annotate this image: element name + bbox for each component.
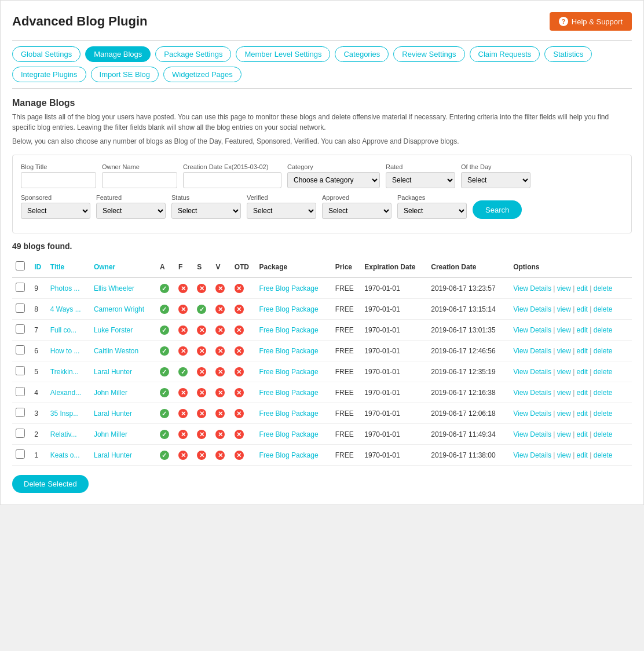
cell-package[interactable]: Free Blog Package bbox=[259, 451, 319, 459]
view-link[interactable]: view bbox=[557, 389, 571, 397]
featured-select[interactable]: Select bbox=[96, 203, 166, 219]
delete-link[interactable]: delete bbox=[594, 347, 613, 355]
delete-link[interactable]: delete bbox=[594, 305, 613, 313]
tab-widgetized-pages[interactable]: Widgetized Pages bbox=[163, 67, 241, 82]
verified-select[interactable]: Select bbox=[247, 203, 316, 219]
cell-package[interactable]: Free Blog Package bbox=[259, 326, 319, 334]
tab-statistics[interactable]: Statistics bbox=[544, 46, 592, 62]
cell-package[interactable]: Free Blog Package bbox=[259, 347, 319, 355]
delete-link[interactable]: delete bbox=[594, 368, 613, 376]
row-checkbox[interactable] bbox=[16, 429, 25, 438]
cell-title[interactable]: Keats o... bbox=[50, 451, 80, 459]
cell-owner[interactable]: Laral Hunter bbox=[94, 368, 132, 376]
sponsored-select[interactable]: Select bbox=[21, 203, 90, 219]
delete-link[interactable]: delete bbox=[594, 389, 613, 397]
cell-title[interactable]: 4 Ways ... bbox=[50, 305, 81, 313]
tab-global-settings[interactable]: Global Settings bbox=[12, 46, 80, 62]
category-select[interactable]: Choose a Category bbox=[287, 172, 380, 188]
row-checkbox[interactable] bbox=[16, 366, 25, 375]
view-details-link[interactable]: View Details bbox=[513, 347, 551, 355]
view-details-link[interactable]: View Details bbox=[513, 326, 551, 334]
edit-link[interactable]: edit bbox=[577, 430, 588, 438]
row-checkbox[interactable] bbox=[16, 283, 25, 292]
delete-selected-button[interactable]: Delete Selected bbox=[12, 475, 89, 493]
creation-date-input[interactable] bbox=[183, 172, 281, 188]
cell-title[interactable]: Relativ... bbox=[50, 430, 77, 438]
cell-title[interactable]: 35 Insp... bbox=[50, 409, 79, 418]
cell-owner[interactable]: John Miller bbox=[94, 430, 127, 438]
view-link[interactable]: view bbox=[557, 430, 571, 438]
row-checkbox[interactable] bbox=[16, 387, 25, 396]
view-details-link[interactable]: View Details bbox=[513, 368, 551, 376]
approved-select[interactable]: Select bbox=[322, 203, 391, 219]
view-link[interactable]: view bbox=[557, 284, 571, 292]
edit-link[interactable]: edit bbox=[577, 368, 588, 376]
owner-name-label: Owner Name bbox=[102, 163, 177, 170]
cell-title[interactable]: Full co... bbox=[50, 326, 76, 334]
edit-link[interactable]: edit bbox=[577, 347, 588, 355]
tab-manage-blogs[interactable]: Manage Blogs bbox=[85, 46, 151, 62]
edit-link[interactable]: edit bbox=[577, 389, 588, 397]
row-checkbox[interactable] bbox=[16, 324, 25, 334]
view-link[interactable]: view bbox=[557, 368, 571, 376]
cell-title[interactable]: Trekkin... bbox=[50, 368, 79, 376]
view-link[interactable]: view bbox=[557, 305, 571, 313]
select-all-checkbox[interactable] bbox=[16, 261, 25, 270]
cell-title[interactable]: How to ... bbox=[50, 347, 80, 355]
owner-name-input[interactable] bbox=[102, 172, 177, 188]
edit-link[interactable]: edit bbox=[577, 305, 588, 313]
help-support-button[interactable]: ? Help & Support bbox=[550, 12, 632, 31]
delete-link[interactable]: delete bbox=[594, 284, 613, 292]
rated-select[interactable]: Select bbox=[386, 172, 455, 188]
cell-title[interactable]: Photos ... bbox=[50, 284, 80, 292]
cell-package[interactable]: Free Blog Package bbox=[259, 409, 319, 418]
delete-link[interactable]: delete bbox=[594, 409, 613, 418]
edit-link[interactable]: edit bbox=[577, 326, 588, 334]
tab-claim-requests[interactable]: Claim Requests bbox=[470, 46, 540, 62]
cell-owner[interactable]: Caitlin Weston bbox=[94, 347, 138, 355]
packages-select[interactable]: Select bbox=[397, 203, 467, 219]
of-the-day-select[interactable]: Select bbox=[461, 172, 530, 188]
view-link[interactable]: view bbox=[557, 409, 571, 418]
view-link[interactable]: view bbox=[557, 347, 571, 355]
view-link[interactable]: view bbox=[557, 451, 571, 459]
tab-member-level-settings[interactable]: Member Level Settings bbox=[236, 46, 330, 62]
cell-package[interactable]: Free Blog Package bbox=[259, 389, 319, 397]
view-details-link[interactable]: View Details bbox=[513, 305, 551, 313]
cell-package[interactable]: Free Blog Package bbox=[259, 284, 319, 292]
tab-review-settings[interactable]: Review Settings bbox=[393, 46, 464, 62]
cell-owner[interactable]: Laral Hunter bbox=[94, 409, 132, 418]
row-checkbox[interactable] bbox=[16, 408, 25, 417]
tab-integrate-plugins[interactable]: Integrate Plugins bbox=[12, 67, 86, 82]
cell-owner[interactable]: Luke Forster bbox=[94, 326, 133, 334]
cell-package[interactable]: Free Blog Package bbox=[259, 368, 319, 376]
tab-package-settings[interactable]: Package Settings bbox=[155, 46, 231, 62]
delete-link[interactable]: delete bbox=[594, 451, 613, 459]
tab-import-se-blog[interactable]: Import SE Blog bbox=[91, 67, 159, 82]
edit-link[interactable]: edit bbox=[577, 284, 588, 292]
cell-package[interactable]: Free Blog Package bbox=[259, 305, 319, 313]
cell-package[interactable]: Free Blog Package bbox=[259, 430, 319, 438]
edit-link[interactable]: edit bbox=[577, 451, 588, 459]
row-checkbox[interactable] bbox=[16, 345, 25, 354]
view-details-link[interactable]: View Details bbox=[513, 430, 551, 438]
edit-link[interactable]: edit bbox=[577, 409, 588, 418]
delete-link[interactable]: delete bbox=[594, 430, 613, 438]
cell-owner[interactable]: John Miller bbox=[94, 389, 127, 397]
cell-owner[interactable]: Laral Hunter bbox=[94, 451, 132, 459]
view-details-link[interactable]: View Details bbox=[513, 451, 551, 459]
search-button[interactable]: Search bbox=[473, 200, 522, 219]
status-select[interactable]: Select bbox=[171, 203, 241, 219]
view-link[interactable]: view bbox=[557, 326, 571, 334]
row-checkbox[interactable] bbox=[16, 303, 25, 313]
view-details-link[interactable]: View Details bbox=[513, 389, 551, 397]
tab-categories[interactable]: Categories bbox=[335, 46, 389, 62]
view-details-link[interactable]: View Details bbox=[513, 409, 551, 418]
view-details-link[interactable]: View Details bbox=[513, 284, 551, 292]
cell-title[interactable]: Alexand... bbox=[50, 389, 81, 397]
cell-owner[interactable]: Ellis Wheeler bbox=[94, 284, 134, 292]
row-checkbox[interactable] bbox=[16, 449, 25, 459]
cell-owner[interactable]: Cameron Wright bbox=[94, 305, 144, 313]
delete-link[interactable]: delete bbox=[594, 326, 613, 334]
blog-title-input[interactable] bbox=[21, 172, 96, 188]
